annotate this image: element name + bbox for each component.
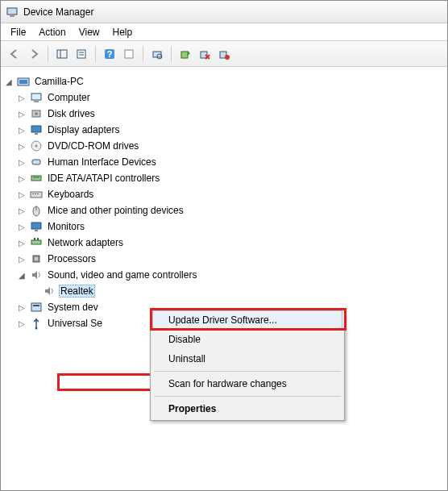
context-menu: Update Driver Software...DisableUninstal…	[150, 308, 345, 421]
expand-toggle[interactable]: ◢	[17, 271, 27, 280]
tree-node[interactable]: Realtek	[4, 283, 444, 299]
context-menu-item[interactable]: Properties	[152, 399, 342, 418]
expand-toggle[interactable]: ▷	[17, 206, 27, 215]
svg-rect-9	[125, 50, 133, 58]
display-icon	[30, 123, 43, 136]
context-menu-item[interactable]: Update Driver Software...	[152, 310, 342, 330]
svg-rect-31	[35, 193, 36, 194]
cpu-icon	[30, 252, 43, 265]
tree-node-label: Universal Se	[46, 317, 104, 330]
app-icon	[6, 6, 19, 19]
tree-node[interactable]: ▷Human Interface Devices	[4, 154, 444, 170]
menu-file[interactable]: File	[4, 25, 32, 40]
tree-node-label: Realtek	[59, 285, 95, 298]
svg-rect-30	[32, 193, 34, 194]
disable-button[interactable]	[215, 45, 233, 63]
expand-toggle[interactable]: ▷	[17, 158, 27, 167]
svg-rect-2	[57, 50, 67, 58]
svg-rect-39	[37, 238, 39, 240]
tree-node-label: DVD/CD-ROM drives	[46, 139, 140, 152]
expand-toggle[interactable]: ▷	[17, 255, 27, 264]
update-driver-button[interactable]	[176, 45, 194, 63]
titlebar[interactable]: Device Manager	[1, 1, 447, 23]
menu-help[interactable]: Help	[106, 25, 139, 40]
back-button[interactable]	[6, 45, 23, 63]
expand-toggle[interactable]: ▷	[17, 94, 27, 102]
tree-node[interactable]: ▷Processors	[4, 251, 444, 267]
tree-node-label: Network adapters	[46, 236, 125, 249]
tree-node[interactable]: ◢Sound, video and game controllers	[4, 267, 444, 283]
tree-node[interactable]: ▷Disk drives	[4, 106, 444, 122]
tree-node[interactable]: ▷Monitors	[4, 218, 444, 235]
tree-node[interactable]: ▷Keyboards	[4, 186, 444, 202]
tree-node[interactable]: ▷Computer	[4, 89, 444, 106]
expand-toggle[interactable]: ▷	[17, 110, 27, 119]
tree-node-label: Mice and other pointing devices	[46, 204, 185, 217]
svg-text:?: ?	[107, 49, 113, 59]
tree-node-label: Sound, video and game controllers	[46, 268, 198, 281]
uninstall-button[interactable]	[196, 45, 214, 63]
context-menu-item[interactable]: Disable	[152, 330, 342, 349]
tree-node[interactable]: ▷Display adapters	[4, 122, 444, 138]
tree-node-label: Monitors	[46, 220, 86, 233]
svg-rect-35	[31, 223, 41, 229]
svg-rect-19	[34, 101, 39, 102]
expand-toggle[interactable]: ▷	[17, 319, 27, 328]
svg-rect-22	[31, 126, 41, 132]
context-menu-item[interactable]: Uninstall	[152, 349, 342, 368]
expand-toggle[interactable]: ▷	[17, 223, 27, 231]
svg-point-44	[35, 327, 38, 330]
svg-rect-37	[31, 240, 41, 244]
svg-rect-1	[10, 15, 15, 17]
svg-rect-26	[32, 160, 40, 164]
properties-button[interactable]	[73, 45, 90, 63]
scan-hardware-button[interactable]	[148, 45, 166, 63]
menubar: File Action View Help	[1, 23, 447, 41]
svg-rect-36	[35, 230, 38, 231]
ide-icon	[30, 172, 43, 185]
tree-node[interactable]: ◢Camilla-PC	[4, 73, 444, 89]
root-icon	[17, 75, 30, 88]
svg-rect-32	[37, 193, 39, 194]
svg-rect-41	[35, 257, 38, 260]
help-button[interactable]: ?	[101, 45, 118, 63]
expand-toggle[interactable]: ▷	[17, 142, 27, 151]
computer-icon	[30, 91, 43, 104]
tree-node-label: Display adapters	[46, 123, 121, 136]
tree-node[interactable]: ▷IDE ATA/ATAPI controllers	[4, 170, 444, 186]
context-menu-item[interactable]: Scan for hardware changes	[152, 374, 342, 393]
monitor-icon	[30, 220, 43, 233]
sound-icon	[43, 285, 56, 298]
expand-toggle[interactable]: ◢	[4, 77, 14, 86]
svg-rect-29	[31, 192, 42, 198]
svg-rect-43	[33, 305, 39, 306]
expand-toggle[interactable]: ▷	[17, 190, 27, 199]
svg-rect-12	[181, 52, 188, 58]
expand-toggle[interactable]: ▷	[17, 126, 27, 135]
menu-action[interactable]: Action	[32, 25, 72, 40]
menu-view[interactable]: View	[73, 25, 106, 40]
forward-button[interactable]	[25, 45, 43, 63]
hid-icon	[30, 156, 43, 169]
mouse-icon	[30, 204, 43, 217]
tree-node-label: Disk drives	[46, 107, 97, 120]
tree-node[interactable]: ▷Mice and other pointing devices	[4, 202, 444, 218]
device-tree[interactable]: ◢Camilla-PC▷Computer▷Disk drives▷Display…	[1, 67, 447, 490]
action-button[interactable]	[120, 45, 138, 63]
toolbar-separator	[95, 46, 96, 62]
tree-node[interactable]: ▷Network adapters	[4, 235, 444, 251]
toolbar-separator	[171, 46, 172, 62]
tree-node-label: Keyboards	[46, 188, 95, 201]
tree-node-label: IDE ATA/ATAPI controllers	[46, 172, 161, 185]
show-hide-tree-button[interactable]	[53, 45, 71, 63]
tree-node[interactable]: ▷DVD/CD-ROM drives	[4, 138, 444, 154]
dvd-icon	[30, 139, 43, 152]
expand-toggle[interactable]: ▷	[17, 303, 27, 312]
svg-point-15	[225, 55, 230, 60]
expand-toggle[interactable]: ▷	[17, 239, 27, 248]
expand-toggle[interactable]: ▷	[17, 174, 27, 183]
svg-rect-17	[19, 80, 27, 84]
system-icon	[30, 301, 43, 314]
tree-node-label: Camilla-PC	[33, 75, 85, 88]
toolbar-separator	[48, 46, 48, 62]
